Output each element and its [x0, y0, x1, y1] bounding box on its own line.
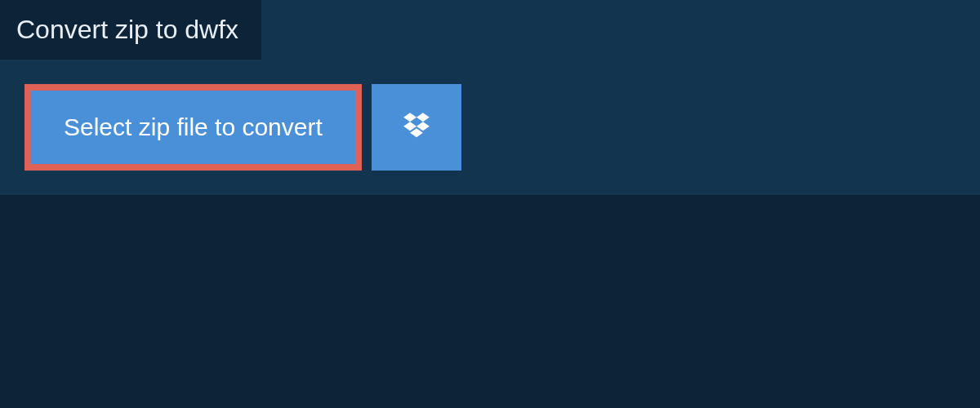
page-title: Convert zip to dwfx: [16, 15, 238, 44]
select-file-label: Select zip file to convert: [64, 113, 323, 141]
action-row: Select zip file to convert: [0, 60, 980, 171]
dropbox-icon: [401, 110, 432, 144]
select-file-button[interactable]: Select zip file to convert: [24, 84, 362, 171]
converter-panel: Convert zip to dwfx Select zip file to c…: [0, 0, 980, 195]
dropbox-button[interactable]: [372, 84, 461, 171]
page-title-tab: Convert zip to dwfx: [0, 0, 261, 60]
